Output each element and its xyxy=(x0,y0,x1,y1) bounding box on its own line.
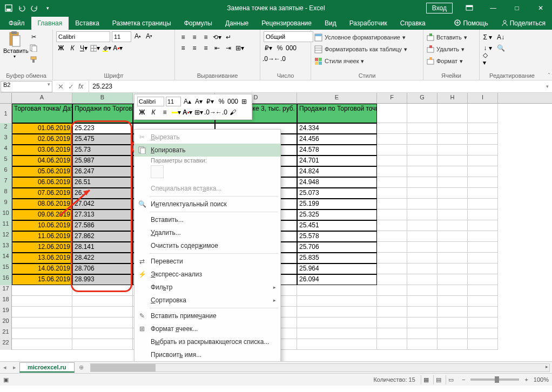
orientation-icon[interactable]: ⟲▾ xyxy=(212,32,222,42)
font-color-icon[interactable]: A▾ xyxy=(113,43,123,53)
menu-quick-analysis[interactable]: ⚡Экспресс-анализ xyxy=(134,268,280,281)
currency-icon[interactable]: ₽▾ xyxy=(264,43,273,53)
autosum-icon[interactable]: Σ ▾ xyxy=(483,32,493,42)
expand-formula-icon[interactable]: ▾ xyxy=(543,84,552,89)
comma-icon[interactable]: 000 xyxy=(286,43,296,53)
menu-clear[interactable]: Очистить содержимое xyxy=(134,239,280,252)
menu-filter[interactable]: Фильтр▸ xyxy=(134,281,280,294)
menu-paste-options[interactable] xyxy=(134,164,280,182)
tab-home[interactable]: Главная xyxy=(31,17,69,30)
sheet-nav-next-icon[interactable]: ▸ xyxy=(10,364,19,371)
tab-data[interactable]: Данные xyxy=(219,17,255,30)
menu-smart-lookup[interactable]: 🔍Интеллектуальный поиск xyxy=(134,198,280,211)
paste-button[interactable]: Вставить ▾ xyxy=(3,31,26,65)
enter-formula-icon[interactable]: ✓ xyxy=(68,83,74,91)
conditional-fmt-button[interactable]: Условное форматирование ▾ xyxy=(314,31,420,43)
insert-function-icon[interactable]: fx xyxy=(78,83,83,91)
view-normal-icon[interactable]: ▦ xyxy=(421,375,432,384)
tab-developer[interactable]: Разработчик xyxy=(343,17,394,30)
zoom-out-icon[interactable]: − xyxy=(462,376,465,383)
minimize-icon[interactable]: — xyxy=(482,0,504,16)
decrease-decimal-icon[interactable]: ←.0 xyxy=(275,54,285,64)
zoom-in-icon[interactable]: + xyxy=(524,376,528,383)
merge-icon[interactable]: ⊞▾ xyxy=(235,43,245,53)
tab-file[interactable]: Файл xyxy=(2,17,31,30)
tab-view[interactable]: Вид xyxy=(318,17,343,30)
save-icon[interactable] xyxy=(2,2,15,15)
align-left-icon[interactable]: ≡ xyxy=(178,43,188,53)
formula-bar[interactable]: 25.223 xyxy=(89,81,543,92)
add-sheet-icon[interactable]: ⊕ xyxy=(75,364,88,371)
tab-help[interactable]: Справка xyxy=(394,17,432,30)
borders-icon[interactable]: ▾ xyxy=(90,43,100,53)
menu-copy[interactable]: Копировать xyxy=(134,144,280,157)
increase-indent-icon[interactable]: ⇥ xyxy=(224,43,233,53)
macro-record-icon[interactable]: ▣ xyxy=(3,376,9,383)
align-center-icon[interactable]: ≡ xyxy=(190,43,199,53)
menu-delete[interactable]: Удалить... xyxy=(134,226,280,239)
horizontal-scrollbar[interactable]: ◂▸ xyxy=(90,363,550,372)
close-icon[interactable]: ✕ xyxy=(529,0,552,16)
percent-icon[interactable]: % xyxy=(275,43,285,53)
align-right-icon[interactable]: ≡ xyxy=(201,43,211,53)
format-table-button[interactable]: Форматировать как таблицу ▾ xyxy=(314,43,420,55)
font-size-select[interactable] xyxy=(112,31,131,42)
mini-comma-icon[interactable]: 000 xyxy=(228,97,238,106)
mini-fontcolor-icon[interactable]: A▾ xyxy=(183,107,192,117)
mini-increase-font-icon[interactable]: A▴ xyxy=(183,97,192,106)
bold-button[interactable]: Ж xyxy=(56,43,66,53)
mini-painter-icon[interactable]: 🖌 xyxy=(228,107,238,117)
tell-me[interactable]: Помощь xyxy=(448,17,494,30)
sign-in-button[interactable]: Вход xyxy=(426,3,453,13)
mini-italic-icon[interactable]: К xyxy=(149,107,158,117)
sheet-nav-prev-icon[interactable]: ◂ xyxy=(0,364,10,371)
mini-align-icon[interactable]: ≡ xyxy=(160,107,170,117)
cancel-formula-icon[interactable]: ✕ xyxy=(58,83,64,91)
qa-more-icon[interactable]: ▾ xyxy=(41,2,54,15)
menu-pick-list[interactable]: Выбрать из раскрывающегося списка... xyxy=(134,335,280,348)
name-box[interactable]: B2 xyxy=(1,81,52,92)
view-pagebreak-icon[interactable]: ▭ xyxy=(446,375,456,384)
tab-insert[interactable]: Вставка xyxy=(69,17,106,30)
menu-sort[interactable]: Сортировка▸ xyxy=(134,294,280,307)
insert-cells-button[interactable]: Вставить ▾ xyxy=(427,31,476,43)
view-layout-icon[interactable]: ▤ xyxy=(433,375,444,384)
menu-insert-comment[interactable]: ✎Вставить примечание xyxy=(134,309,280,322)
menu-paste-special[interactable]: Специальная вставка... xyxy=(134,182,280,195)
italic-button[interactable]: К xyxy=(68,43,77,53)
mini-borders-icon[interactable]: ⊞ xyxy=(239,97,249,106)
font-name-select[interactable] xyxy=(56,31,110,42)
mini-inc-dec-icon[interactable]: .0→ xyxy=(205,107,215,117)
align-top-icon[interactable]: ≡ xyxy=(178,32,188,42)
ribbon-options-icon[interactable] xyxy=(458,0,481,16)
decrease-font-icon[interactable]: A▾ xyxy=(144,31,154,41)
decrease-indent-icon[interactable]: ⇤ xyxy=(212,43,222,53)
menu-cut[interactable]: ✂Вырезать xyxy=(134,131,280,144)
tab-layout[interactable]: Разметка страницы xyxy=(106,17,178,30)
underline-button[interactable]: Ч ▾ xyxy=(79,43,89,53)
tab-formulas[interactable]: Формулы xyxy=(178,17,219,30)
find-select-icon[interactable]: 🔍 xyxy=(494,43,507,53)
format-cells-button[interactable]: Формат ▾ xyxy=(427,55,476,67)
sheet-tab[interactable]: microexcel.ru xyxy=(19,362,75,373)
mini-border-icon[interactable]: ⊞▾ xyxy=(194,107,204,117)
collapse-ribbon-icon[interactable]: ˆ xyxy=(548,73,550,79)
paste-default-icon[interactable] xyxy=(151,165,164,178)
fill-color-icon[interactable]: ▾ xyxy=(102,43,111,53)
maximize-icon[interactable]: □ xyxy=(506,0,528,16)
redo-icon[interactable] xyxy=(28,2,41,15)
mini-font-name[interactable] xyxy=(137,97,164,106)
menu-define-name[interactable]: Присвоить имя... xyxy=(134,348,280,361)
mini-bold-icon[interactable]: Ж xyxy=(137,107,147,117)
zoom-level[interactable]: 100% xyxy=(534,376,549,383)
mini-decrease-font-icon[interactable]: A▾ xyxy=(194,97,204,106)
mini-font-size[interactable] xyxy=(166,97,181,106)
mini-currency-icon[interactable]: ₽▾ xyxy=(205,97,215,106)
wrap-text-icon[interactable]: ↵ xyxy=(224,32,233,42)
tab-review[interactable]: Рецензирование xyxy=(255,17,318,30)
menu-format-cells[interactable]: ⊞Формат ячеек... xyxy=(134,322,280,335)
cell-styles-button[interactable]: Стили ячеек ▾ xyxy=(314,55,420,67)
format-painter-icon[interactable] xyxy=(28,54,39,65)
number-format-select[interactable] xyxy=(264,31,313,42)
sort-filter-icon[interactable]: A↓ xyxy=(494,32,507,42)
